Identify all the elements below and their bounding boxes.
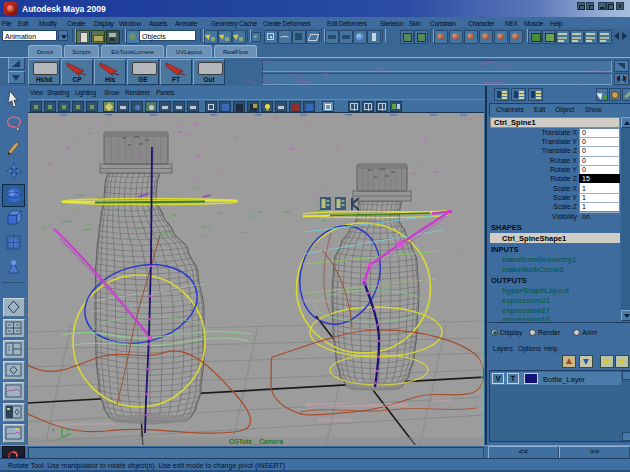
- svg-text:z: z: [52, 427, 55, 433]
- svg-text:x: x: [66, 426, 69, 432]
- svg-text:CGTuts__Camera: CGTuts__Camera: [229, 438, 283, 445]
